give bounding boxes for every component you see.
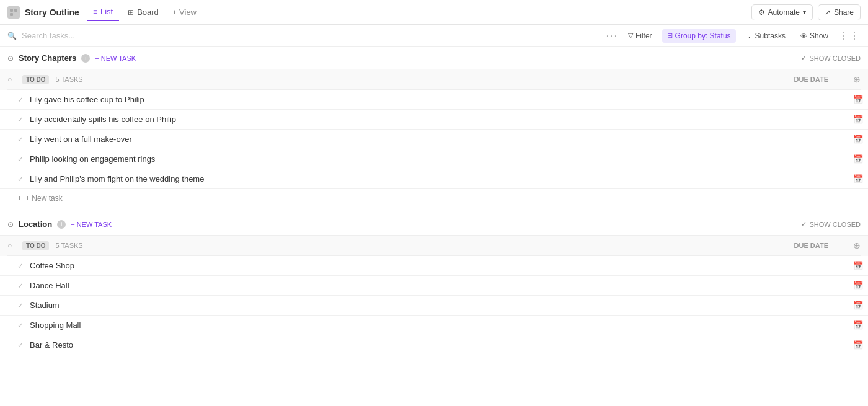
group-header-story-chapters[interactable]: ⊙ Story Chapters i + NEW TASK ✓ SHOW CLO… <box>0 47 868 69</box>
table-row: ✓ Lily and Philip's mom fight on the wed… <box>0 169 868 189</box>
show-closed-button[interactable]: ✓ SHOW CLOSED <box>801 54 861 62</box>
filter-button[interactable]: ▽ Filter <box>623 29 657 43</box>
automate-chevron-icon: ▾ <box>803 9 806 15</box>
task-check-icon[interactable]: ✓ <box>17 301 24 310</box>
task-name[interactable]: Stadium <box>30 301 853 310</box>
calendar-icon[interactable]: 📅 <box>853 115 863 124</box>
task-check-icon[interactable]: ✓ <box>17 135 24 144</box>
task-check-icon[interactable]: ✓ <box>17 341 24 350</box>
group-icon: ⊟ <box>667 32 673 40</box>
status-select-checkbox[interactable]: ○ <box>7 241 16 250</box>
content-area: ⊙ Story Chapters i + NEW TASK ✓ SHOW CLO… <box>0 47 868 406</box>
task-check-icon[interactable]: ✓ <box>17 95 24 104</box>
automate-icon: ⚙ <box>758 8 765 17</box>
table-row: ✓ Stadium 📅 <box>0 296 868 316</box>
table-row: ✓ Lily gave his coffee cup to Philip 📅 <box>0 90 868 110</box>
group-chevron-icon: ⊙ <box>7 54 14 63</box>
group-title-story-chapters: Story Chapters <box>19 53 76 63</box>
show-button[interactable]: 👁 Show <box>795 29 833 43</box>
tab-list[interactable]: ≡ List <box>87 3 119 21</box>
svg-rect-2 <box>10 13 13 16</box>
check-icon: ✓ <box>801 54 807 62</box>
calendar-icon[interactable]: 📅 <box>853 301 863 310</box>
due-date-label: DUE DATE <box>794 242 847 249</box>
automate-button[interactable]: ⚙ Automate ▾ <box>751 4 813 20</box>
search-input[interactable]: Search tasks... <box>22 31 601 40</box>
check-icon: ✓ <box>801 220 807 228</box>
group-info-icon[interactable]: i <box>81 54 90 63</box>
toolbar-dots[interactable]: ⋮⋮ <box>838 30 861 42</box>
task-check-icon[interactable]: ✓ <box>17 115 24 124</box>
calendar-icon[interactable]: 📅 <box>853 174 863 183</box>
share-icon: ↗ <box>825 8 831 17</box>
task-check-icon[interactable]: ✓ <box>17 262 24 270</box>
task-check-icon[interactable]: ✓ <box>17 155 24 164</box>
group-new-task-button[interactable]: + NEW TASK <box>71 221 112 228</box>
group-by-button[interactable]: ⊟ Group by: Status <box>662 29 736 43</box>
task-name[interactable]: Philip looking on engagement rings <box>30 154 853 164</box>
toolbar-right: ▽ Filter ⊟ Group by: Status ⋮ Subtasks 👁… <box>623 29 861 43</box>
project-name: Story Outline <box>25 7 79 17</box>
new-task-row[interactable]: + + New task <box>0 189 868 208</box>
tab-board[interactable]: ⊞ Board <box>122 4 165 20</box>
subtasks-icon: ⋮ <box>746 32 753 40</box>
more-options-button[interactable]: ··· <box>606 30 618 42</box>
calendar-icon[interactable]: 📅 <box>853 320 863 330</box>
calendar-icon[interactable]: 📅 <box>853 135 863 144</box>
task-name[interactable]: Lily went on a full make-over <box>30 135 853 144</box>
group-title-location: Location <box>19 219 52 229</box>
task-name[interactable]: Bar & Resto <box>30 340 853 350</box>
table-row: ✓ Coffee Shop 📅 <box>0 256 868 276</box>
status-badge-todo: TO DO <box>22 241 49 250</box>
calendar-icon[interactable]: 📅 <box>853 340 863 350</box>
calendar-icon[interactable]: 📅 <box>853 261 863 270</box>
add-column-button[interactable]: ⊕ <box>853 74 861 84</box>
status-select-checkbox[interactable]: ○ <box>7 75 16 84</box>
list-icon: ≡ <box>93 7 97 16</box>
table-row: ✓ Bar & Resto 📅 <box>0 335 868 355</box>
task-check-icon[interactable]: ✓ <box>17 281 24 290</box>
add-column-button[interactable]: ⊕ <box>853 241 861 250</box>
task-name[interactable]: Lily gave his coffee cup to Philip <box>30 95 853 104</box>
task-name[interactable]: Lily and Philip's mom fight on the weddi… <box>30 174 853 183</box>
group-new-task-button[interactable]: + NEW TASK <box>95 55 136 62</box>
svg-rect-1 <box>14 9 17 12</box>
calendar-icon[interactable]: 📅 <box>853 154 863 164</box>
status-group-todo-2: ○ TO DO 5 TASKS DUE DATE ⊕ ✓ Coffee Shop… <box>0 236 868 355</box>
show-closed-button[interactable]: ✓ SHOW CLOSED <box>801 220 861 228</box>
group-info-icon[interactable]: i <box>57 220 66 229</box>
subtasks-button[interactable]: ⋮ Subtasks <box>741 29 790 43</box>
share-button[interactable]: ↗ Share <box>818 4 861 20</box>
table-row: ✓ Lily went on a full make-over 📅 <box>0 130 868 149</box>
due-date-label: DUE DATE <box>794 76 847 83</box>
search-icon: 🔍 <box>7 32 17 40</box>
status-badge-todo: TO DO <box>22 75 49 84</box>
group-header-location[interactable]: ⊙ Location i + NEW TASK ✓ SHOW CLOSED <box>0 213 868 236</box>
table-row: ✓ Lily accidentally spills his coffee on… <box>0 110 868 130</box>
task-name[interactable]: Coffee Shop <box>30 261 853 270</box>
status-row-todo-2: ○ TO DO 5 TASKS DUE DATE ⊕ <box>7 236 861 256</box>
calendar-icon[interactable]: 📅 <box>853 281 863 290</box>
table-row: ✓ Dance Hall 📅 <box>0 276 868 296</box>
task-check-icon[interactable]: ✓ <box>17 175 24 183</box>
task-name[interactable]: Shopping Mall <box>30 320 853 330</box>
task-name[interactable]: Lily accidentally spills his coffee on P… <box>30 115 853 124</box>
status-row-todo-1: ○ TO DO 5 TASKS DUE DATE ⊕ <box>7 69 861 90</box>
group-chevron-icon: ⊙ <box>7 220 14 229</box>
add-view-button[interactable]: + View <box>167 4 202 20</box>
toolbar: 🔍 Search tasks... ··· ▽ Filter ⊟ Group b… <box>0 25 868 47</box>
nav-right: ⚙ Automate ▾ ↗ Share <box>751 4 861 20</box>
new-task-label: + New task <box>25 194 63 203</box>
show-icon: 👁 <box>800 32 807 40</box>
task-name[interactable]: Dance Hall <box>30 281 853 290</box>
task-count: 5 TASKS <box>55 242 82 249</box>
task-check-icon[interactable]: ✓ <box>17 321 24 330</box>
table-row: ✓ Shopping Mall 📅 <box>0 316 868 335</box>
calendar-icon[interactable]: 📅 <box>853 95 863 104</box>
task-count: 5 TASKS <box>55 76 82 83</box>
table-row: ✓ Philip looking on engagement rings 📅 <box>0 149 868 169</box>
board-icon: ⊞ <box>128 8 134 17</box>
nav-logo <box>7 6 20 19</box>
top-nav: Story Outline ≡ List ⊞ Board + View ⚙ Au… <box>0 0 868 25</box>
group-location: ⊙ Location i + NEW TASK ✓ SHOW CLOSED ○ … <box>0 213 868 355</box>
